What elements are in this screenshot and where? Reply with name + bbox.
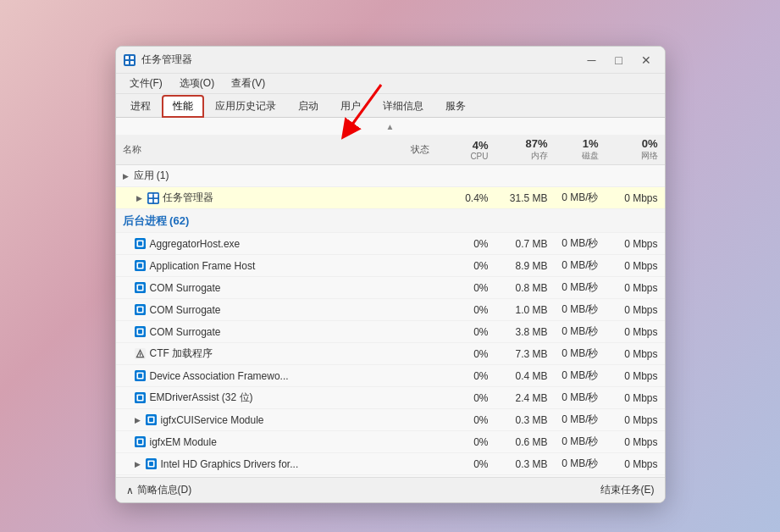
table-row[interactable]: Device Association Framewo... 0% 0.4 MB … [116,365,665,387]
svg-rect-11 [153,198,157,202]
svg-rect-9 [153,193,157,197]
menu-options[interactable]: 选项(O) [173,75,221,92]
process-icon [147,192,159,204]
svg-rect-14 [138,241,142,246]
col-name[interactable]: 名称 [119,141,365,158]
window-title: 任务管理器 [141,53,580,67]
svg-rect-33 [138,374,142,378]
tab-users[interactable]: 用户 [329,95,372,118]
svg-rect-6 [130,61,134,64]
table-row[interactable]: igfxEM Module 0% 0.6 MB 0 MB/秒 0 Mbps [116,431,665,453]
footer: ∧ 简略信息(D) 结束任务(E) [116,477,665,502]
process-icon [135,304,147,316]
title-bar: 任务管理器 ─ □ ✕ [116,47,665,74]
svg-rect-8 [148,193,152,197]
col-disk[interactable]: 1% 磁盘 [551,136,602,163]
svg-rect-26 [138,330,142,334]
table-row[interactable]: ▶ 任务管理器 0.4% 31.5 MB 0 MB [116,187,665,209]
process-icon [135,370,147,382]
sort-arrow-icon: ▲ [386,122,395,131]
process-name: ▶ 任务管理器 [119,191,365,205]
table-row[interactable]: COM Surrogate 0% 0.8 MB 0 MB/秒 0 Mbps [116,277,665,299]
tab-bar: 进程 性能 应用历史记录 启动 用户 详细信息 服务 [116,94,665,118]
expand-arrow-icon[interactable]: ▶ [135,416,141,424]
minimize-button[interactable]: ─ [580,52,604,69]
tab-startup[interactable]: 启动 [287,95,329,118]
menu-bar: 文件(F) 选项(O) 查看(V) [116,74,665,94]
table-row[interactable]: CTF 加载程序 0% 7.3 MB 0 MB/秒 0 Mbps [116,343,665,365]
svg-rect-2 [124,54,136,66]
process-icon [135,348,147,360]
process-icon [135,326,147,338]
tab-app-history[interactable]: 应用历史记录 [204,95,287,118]
window-icon [123,53,136,67]
table-body: ▶ 应用 (1) ▶ [116,165,665,477]
close-button[interactable]: ✕ [634,52,658,69]
expand-icon[interactable]: ▶ [123,172,129,180]
process-icon [135,392,147,404]
maximize-button[interactable]: □ [607,52,631,69]
table-row[interactable]: EMDriverAssist (32 位) 0% 2.4 MB 0 MB/秒 0… [116,387,665,409]
process-icon [146,414,158,426]
svg-point-30 [140,357,141,357]
svg-rect-42 [138,440,142,444]
expand-arrow-icon[interactable]: ▶ [136,194,142,202]
app-section-header: ▶ 应用 (1) [116,165,665,187]
tab-services[interactable]: 服务 [434,95,477,118]
process-icon [135,260,147,272]
col-memory[interactable]: 87% 内存 [492,136,551,163]
svg-rect-45 [149,462,153,466]
expand-arrow-icon[interactable]: ▶ [135,460,141,468]
col-status[interactable]: 状态 [365,141,433,158]
table-row[interactable]: COM Surrogate 0% 1.0 MB 0 MB/秒 0 Mbps [116,299,665,321]
main-content: ▲ 名称 状态 4% CPU 87% 内存 1% 磁盘 0% [116,118,665,477]
svg-rect-20 [138,285,142,290]
menu-file[interactable]: 文件(F) [123,75,169,92]
svg-rect-3 [125,56,129,59]
col-network[interactable]: 0% 网络 [602,136,661,163]
table-row[interactable]: ▶ igfxCUIService Module 0% 0.3 MB 0 MB/秒… [116,409,665,431]
svg-rect-17 [138,263,142,268]
table-header: 名称 状态 4% CPU 87% 内存 1% 磁盘 0% 网络 [116,135,665,165]
svg-rect-10 [148,198,152,202]
sort-area: ▲ [116,118,665,135]
tab-performance[interactable]: 性能 [162,95,204,118]
svg-rect-5 [125,61,129,64]
app-section-title: ▶ 应用 (1) [119,169,365,183]
svg-rect-23 [138,308,142,312]
svg-rect-36 [138,396,142,400]
menu-view[interactable]: 查看(V) [224,75,272,92]
col-cpu[interactable]: 4% CPU [433,137,492,163]
bg-section-title: 后台进程 (62) [119,213,365,229]
table-row[interactable]: Application Frame Host 0% 8.9 MB 0 MB/秒 … [116,255,665,277]
table-row[interactable]: ▶ Intel HD Graphics Drivers for... 0% 0.… [116,453,665,475]
tab-details[interactable]: 详细信息 [372,95,434,118]
process-icon [135,238,147,250]
table-row[interactable]: COM Surrogate 0% 3.8 MB 0 MB/秒 0 Mbps [116,321,665,343]
task-manager-window: 任务管理器 ─ □ ✕ 文件(F) 选项(O) 查看(V) 进程 性能 应用历史… [115,46,666,503]
svg-rect-39 [149,418,153,422]
summary-info-button[interactable]: ∧ 简略信息(D) [126,483,192,497]
bg-section-header: 后台进程 (62) [116,209,665,233]
chevron-up-icon: ∧ [126,485,134,496]
window-controls: ─ □ ✕ [580,52,658,69]
process-icon [135,282,147,294]
process-icon [135,436,147,448]
tab-process[interactable]: 进程 [119,95,162,118]
process-icon [146,458,158,470]
table-row[interactable]: AggregatorHost.exe 0% 0.7 MB 0 MB/秒 0 Mb… [116,233,665,255]
end-task-button[interactable]: 结束任务(E) [600,483,655,497]
svg-rect-4 [130,56,134,59]
